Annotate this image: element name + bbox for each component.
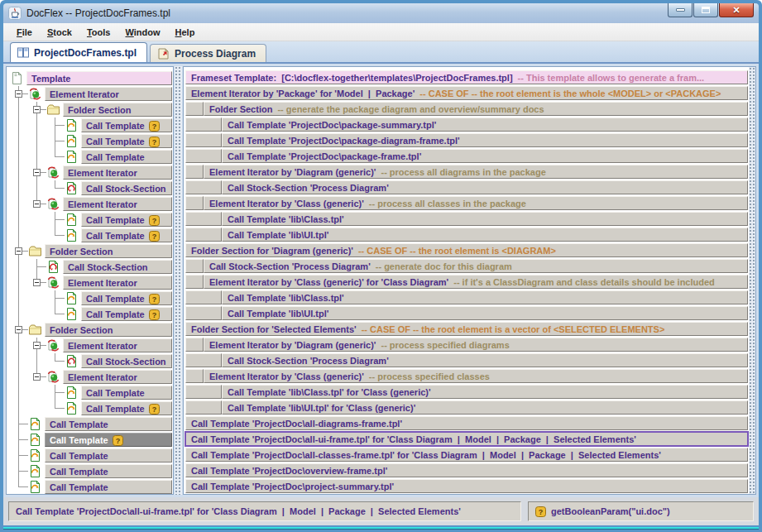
expander-minus-icon[interactable] [33,169,41,176]
tree-item-call-stock-section[interactable]: Call Stock-Section [10,353,172,369]
tree-item-label[interactable]: Folder Section [45,323,172,337]
title-bar[interactable]: DocFlex -- ProjectDocFrames.tpl ✕ [3,3,759,23]
menu-item-stock[interactable]: Stock [41,26,79,39]
tree-connector[interactable] [28,369,46,385]
detail-row-body[interactable]: Call Template 'ProjectDoc\all-classes-fr… [185,448,748,462]
tree-item-folder-section[interactable]: Folder Section [10,102,172,117]
detail-row-body[interactable]: Element Iterator by 'Class (generic)'-- … [204,196,748,210]
tree-item-element-iterator[interactable]: Element Iterator [10,338,172,353]
detail-row[interactable]: Call Template 'lib\Class.tpl' [185,212,748,226]
menu-item-file[interactable]: File [10,26,39,39]
tree-connector[interactable] [10,243,28,259]
tree-item-call-template[interactable]: Call Template [10,479,172,495]
detail-row-body[interactable]: Element Iterator by 'Package' for 'Model… [185,86,748,100]
detail-row-body[interactable]: Element Iterator by 'Diagram (generic)'-… [204,165,748,179]
detail-row[interactable]: Element Iterator by 'Diagram (generic)'-… [185,165,748,179]
detail-row-body[interactable]: Call Stock-Section 'Process Diagram'-- g… [204,259,748,273]
tree-connector[interactable] [28,275,46,290]
tree-item-label[interactable]: Call Template [45,417,172,431]
tree-item-label[interactable]: Call Template? [81,118,172,132]
tree-item-label[interactable]: Call Template [45,448,172,463]
menu-item-window[interactable]: Window [118,26,166,39]
tree-item-label[interactable]: Element Iterator [63,197,172,211]
detail-row-body[interactable]: Frameset Template: [C:\docflex-together\… [185,70,748,84]
tree-item-label[interactable]: Call Template? [81,228,172,242]
detail-row-body[interactable]: Call Template 'ProjectDoc\project-summar… [185,479,748,493]
detail-row-body[interactable]: Call Template 'ProjectDoc\package-diagra… [222,133,748,147]
tree-item-label[interactable]: Call Template [81,150,172,164]
tree-item-call-template[interactable]: Call Template? [10,133,172,149]
panel-splitter[interactable] [175,66,182,495]
detail-row-body[interactable]: Call Template 'ProjectDoc\all-ui-frame.t… [185,432,748,446]
detail-row-body[interactable]: Call Template 'ProjectDoc\package-frame.… [222,149,748,163]
tree-item-label[interactable]: Element Iterator [63,370,172,384]
expander-minus-icon[interactable] [15,326,22,333]
detail-row[interactable]: Call Template 'lib\Class.tpl' [185,290,748,304]
tree-item-label[interactable]: Element Iterator [63,276,172,290]
expander-minus-icon[interactable] [15,247,22,255]
expander-minus-icon[interactable] [15,90,22,98]
expander-minus-icon[interactable] [33,342,41,349]
detail-row[interactable]: Call Template 'ProjectDoc\package-summar… [185,117,748,132]
detail-row[interactable]: Call Template 'ProjectDoc\overview-frame… [185,463,748,477]
tree-item-label[interactable]: Call Template [45,464,172,478]
detail-row-body[interactable]: Folder Section for 'Selected Elements'--… [185,322,748,336]
detail-row[interactable]: Call Stock-Section 'Process Diagram' [185,180,748,194]
tree-item-label[interactable]: Call Template? [81,134,172,148]
expander-minus-icon[interactable] [33,373,41,381]
detail-row-body[interactable]: Element Iterator by 'Class (generic)' fo… [204,275,748,289]
detail-row-body[interactable]: Call Template 'lib\Class.tpl' [222,290,748,304]
tree-item-element-iterator[interactable]: Element Iterator [10,196,172,212]
tree-item-element-iterator[interactable]: Element Iterator [10,275,172,290]
vertical-scrollbar[interactable] [749,67,755,494]
tree-item-call-template[interactable]: Call Template [10,385,172,400]
detail-row-body[interactable]: Call Template 'lib\Class.tpl' for 'Class… [222,385,748,399]
tree-item-label[interactable]: Call Template? [81,213,172,227]
detail-row[interactable]: Call Template 'ProjectDoc\package-frame.… [185,149,748,163]
tree-connector[interactable] [28,338,46,353]
detail-row-body[interactable]: Element Iterator by 'Diagram (generic)'-… [204,338,748,352]
detail-row[interactable]: Call Template 'ProjectDoc\project-summar… [185,479,748,493]
detail-row[interactable]: Call Template 'lib\UI.tpl' [185,306,748,320]
tree-item-element-iterator[interactable]: Element Iterator [10,165,172,180]
tree-item-label[interactable]: Call Template [81,386,172,400]
detail-row[interactable]: Element Iterator by 'Package' for 'Model… [185,86,748,100]
detail-row[interactable]: Element Iterator by 'Diagram (generic)'-… [185,338,748,352]
detail-row[interactable]: Call Stock-Section 'Process Diagram' [185,353,748,367]
expander-minus-icon[interactable] [33,279,41,286]
tree-item-call-template[interactable]: Call Template? [10,432,172,448]
tree-item-element-iterator[interactable]: Element Iterator [10,86,172,102]
tree-item-call-stock-section[interactable]: Call Stock-Section [10,259,172,275]
tree-connector[interactable] [10,322,28,338]
menu-item-tools[interactable]: Tools [80,26,117,39]
tab-projectdocframes-tpl[interactable]: ProjectDocFrames.tpl [10,42,147,62]
expander-minus-icon[interactable] [33,106,41,113]
tree-item-label[interactable]: Folder Section [45,244,172,258]
detail-row-body[interactable]: Call Stock-Section 'Process Diagram' [222,353,748,367]
tree-item-call-stock-section[interactable]: Call Stock-Section [10,180,172,196]
tree-connector[interactable] [28,196,46,212]
detail-row-body[interactable]: Call Template 'lib\Class.tpl' [222,212,748,226]
tree-item-call-template[interactable]: Call Template? [10,212,172,228]
tree-item-folder-section[interactable]: Folder Section [10,243,172,259]
detail-row[interactable]: Call Template 'ProjectDoc\package-diagra… [185,133,748,147]
tree-item-label[interactable]: Element Iterator [63,338,172,352]
tree-item-call-template[interactable]: Call Template? [10,228,172,243]
detail-row-body[interactable]: Element Iterator by 'Class (generic)'-- … [204,369,748,383]
detail-row-body[interactable]: Call Template 'lib\UI.tpl' [222,306,748,320]
detail-row[interactable]: Element Iterator by 'Class (generic)' fo… [185,275,748,289]
tree-item-call-template[interactable]: Call Template? [10,400,172,416]
detail-row[interactable]: Element Iterator by 'Class (generic)'-- … [185,369,748,383]
tree-item-call-template[interactable]: Call Template? [10,306,172,322]
detail-row-body[interactable]: Call Stock-Section 'Process Diagram' [222,180,748,194]
tree-item-call-template[interactable]: Call Template? [10,290,172,306]
detail-row-body[interactable]: Folder Section for 'Diagram (generic)'--… [185,243,748,257]
tree-item-label[interactable]: Call Template? [81,307,172,321]
detail-row[interactable]: Call Stock-Section 'Process Diagram'-- g… [185,259,748,273]
tree-item-label[interactable]: Call Template [45,480,172,494]
tree-item-call-template[interactable]: Call Template [10,463,172,479]
detail-row[interactable]: Call Template 'lib\UI.tpl' for 'Class (g… [185,400,748,415]
tree-connector[interactable] [28,165,46,180]
tree-item-label[interactable]: Call Stock-Section [81,181,172,195]
close-button[interactable]: ✕ [719,3,754,17]
